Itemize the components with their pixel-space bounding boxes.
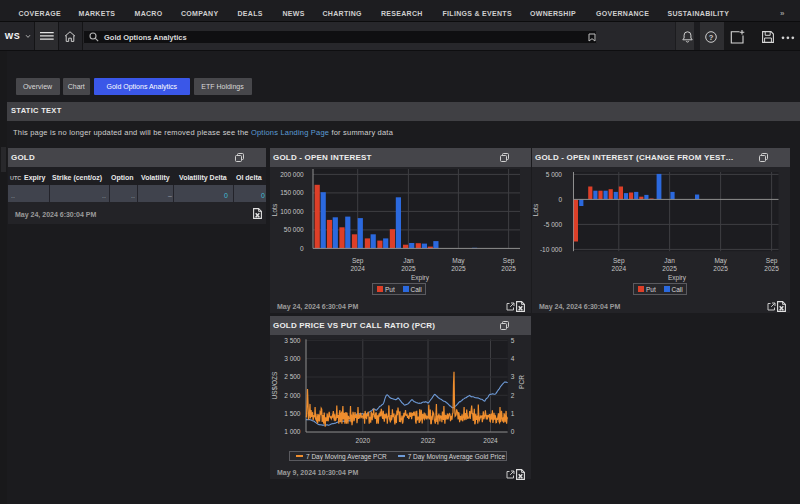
svg-text:1 000: 1 000 xyxy=(284,428,301,435)
svg-text:-10 000: -10 000 xyxy=(540,245,562,252)
svg-text:2024: 2024 xyxy=(612,265,627,272)
svg-text:May: May xyxy=(714,256,727,264)
svg-text:May: May xyxy=(452,256,465,264)
svg-text:2025: 2025 xyxy=(501,265,516,272)
svg-text:Sep: Sep xyxy=(766,256,778,264)
svg-text:1: 1 xyxy=(511,409,515,416)
svg-text:100 000: 100 000 xyxy=(280,207,304,214)
svg-text:?: ? xyxy=(709,33,714,42)
svg-text:2025: 2025 xyxy=(713,265,728,272)
svg-text:Sep: Sep xyxy=(352,256,364,264)
svg-text:2022: 2022 xyxy=(421,437,436,444)
svg-text:2024: 2024 xyxy=(483,437,498,444)
svg-text:Sep: Sep xyxy=(503,256,515,264)
svg-text:US$/OZS: US$/OZS xyxy=(271,370,278,398)
svg-text:Expiry: Expiry xyxy=(411,273,430,281)
svg-text:2025: 2025 xyxy=(662,265,677,272)
svg-text:3 000: 3 000 xyxy=(284,354,301,361)
svg-text:50 000: 50 000 xyxy=(284,226,304,233)
svg-text:Sep: Sep xyxy=(613,256,625,264)
svg-text:0: 0 xyxy=(511,428,515,435)
svg-text:Lots: Lots xyxy=(271,203,278,216)
svg-text:5: 5 xyxy=(511,336,515,343)
svg-text:2020: 2020 xyxy=(356,437,371,444)
svg-text:PCR: PCR xyxy=(518,374,525,388)
svg-text:2 500: 2 500 xyxy=(284,373,301,380)
svg-text:4: 4 xyxy=(511,354,515,361)
svg-text:1 500: 1 500 xyxy=(284,409,301,416)
svg-text:0: 0 xyxy=(300,244,304,251)
svg-text:5 000: 5 000 xyxy=(546,170,563,177)
svg-text:Jan: Jan xyxy=(664,256,675,263)
svg-text:Jan: Jan xyxy=(403,256,414,263)
svg-text:-5 000: -5 000 xyxy=(544,220,563,227)
svg-text:2: 2 xyxy=(511,391,515,398)
svg-text:2025: 2025 xyxy=(401,265,416,272)
svg-text:2024: 2024 xyxy=(350,265,365,272)
svg-text:3: 3 xyxy=(511,373,515,380)
svg-text:3 500: 3 500 xyxy=(284,336,301,343)
svg-text:Expiry: Expiry xyxy=(668,273,687,281)
svg-text:2025: 2025 xyxy=(451,265,466,272)
svg-text:2 000: 2 000 xyxy=(284,391,301,398)
svg-text:0: 0 xyxy=(558,195,562,202)
svg-text:2025: 2025 xyxy=(764,265,779,272)
svg-text:150 000: 150 000 xyxy=(280,189,304,196)
svg-text:200 000: 200 000 xyxy=(280,170,304,177)
svg-text:Lots: Lots xyxy=(532,203,539,216)
